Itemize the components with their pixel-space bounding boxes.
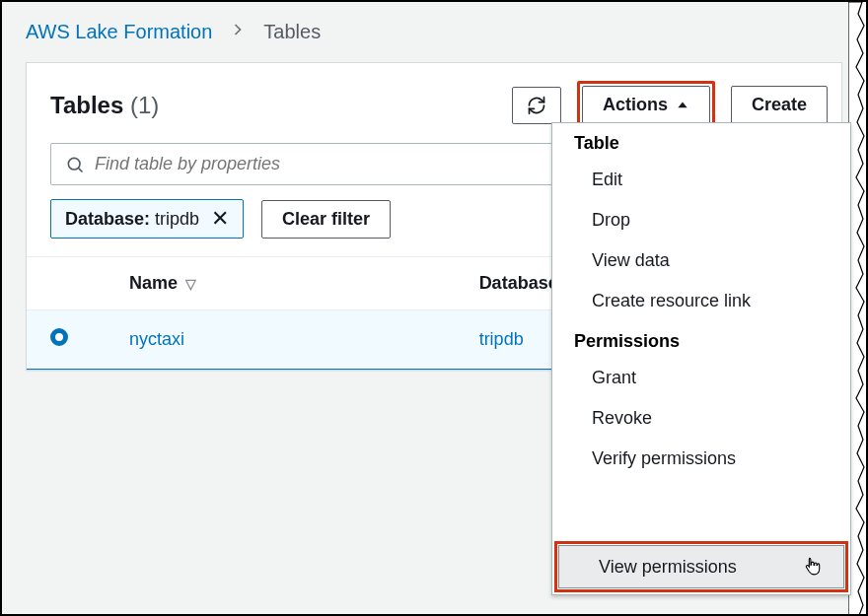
clear-filter-button[interactable]: Clear filter xyxy=(261,200,391,239)
dropdown-item-edit[interactable]: Edit xyxy=(552,160,850,200)
breadcrumb-current: Tables xyxy=(263,21,321,43)
page-title: Tables (1) xyxy=(50,92,496,119)
breadcrumb-root-link[interactable]: AWS Lake Formation xyxy=(26,21,212,43)
sort-icon: ▽ xyxy=(185,276,196,292)
column-header-name[interactable]: Name▽ xyxy=(106,257,456,310)
dropdown-item-drop[interactable]: Drop xyxy=(552,200,850,240)
caret-up-icon xyxy=(676,99,689,112)
row-name-link[interactable]: nyctaxi xyxy=(106,310,456,370)
svg-line-2 xyxy=(79,168,83,171)
dropdown-item-revoke[interactable]: Revoke xyxy=(552,398,850,439)
svg-point-1 xyxy=(68,158,80,170)
search-icon xyxy=(65,155,85,174)
dropdown-item-verify-permissions[interactable]: Verify permissions xyxy=(552,439,850,479)
dropdown-item-create-resource-link[interactable]: Create resource link xyxy=(552,281,850,321)
refresh-button[interactable] xyxy=(512,87,561,124)
refresh-icon xyxy=(527,96,546,115)
chevron-right-icon xyxy=(228,20,248,44)
radio-selected-icon[interactable] xyxy=(50,328,68,346)
dropdown-item-view-data[interactable]: View data xyxy=(552,240,850,281)
view-permissions-highlight: View permissions xyxy=(554,541,848,592)
tables-panel: Tables (1) Actions Create Database: trip… xyxy=(26,62,842,371)
create-button[interactable]: Create xyxy=(731,86,828,124)
close-icon[interactable]: ✕ xyxy=(211,208,229,230)
actions-button[interactable]: Actions xyxy=(582,86,710,124)
actions-dropdown: Table Edit Drop View data Create resourc… xyxy=(551,122,851,595)
dropdown-section-table: Table xyxy=(552,123,850,160)
dropdown-section-permissions: Permissions xyxy=(552,321,850,358)
svg-marker-0 xyxy=(678,102,687,107)
breadcrumb: AWS Lake Formation Tables xyxy=(2,2,866,62)
dropdown-item-view-permissions[interactable]: View permissions xyxy=(558,545,844,588)
filter-chip-database[interactable]: Database: tripdb ✕ xyxy=(50,199,244,239)
dropdown-item-grant[interactable]: Grant xyxy=(552,358,850,398)
cursor-pointer-icon xyxy=(802,556,822,578)
